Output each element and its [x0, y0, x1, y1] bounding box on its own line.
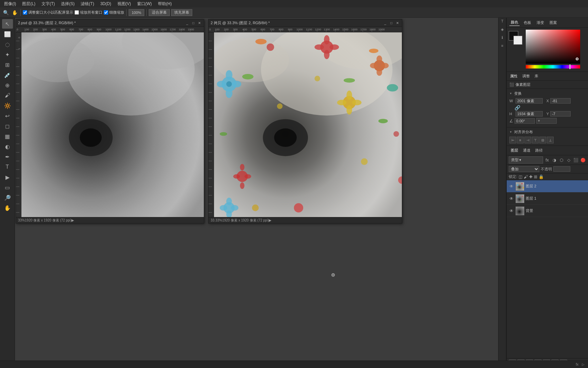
layer-item-2[interactable]: 👁 [507, 180, 588, 193]
navigator-icon[interactable]: ◈ [499, 26, 506, 33]
doc2-maximize[interactable]: □ [389, 21, 394, 26]
channels-icon[interactable]: ≡ [499, 42, 506, 49]
menu-item-image[interactable]: 图像(I) [1, 0, 19, 7]
lock-transparent-icon[interactable]: ◫ [519, 174, 522, 179]
doc2-close[interactable]: ✕ [395, 21, 400, 26]
zoom-all-input[interactable] [75, 10, 79, 15]
menu-item-3d[interactable]: 3D(D) [98, 1, 114, 7]
doc1-minimize[interactable]: _ [185, 21, 190, 26]
fit-screen-btn[interactable]: 适合屏幕 [149, 9, 170, 16]
shape-tool[interactable]: ▭ [2, 183, 13, 192]
status-play[interactable]: ▷ [582, 363, 585, 366]
status-fx[interactable]: fx [576, 363, 578, 366]
h-input[interactable] [516, 111, 543, 117]
align-center-v-btn[interactable]: ⊟ [539, 137, 546, 143]
filter-vector-icon[interactable]: ◇ [566, 157, 572, 163]
text-tool[interactable]: T [2, 162, 13, 172]
hand-tool-icon[interactable]: ✋ [11, 9, 18, 16]
brush-tool[interactable]: 🖌 [2, 91, 13, 100]
align-bottom-btn[interactable]: ⊥ [547, 137, 554, 143]
menu-item-window[interactable]: 窗口(W) [134, 0, 154, 7]
menu-item-select[interactable]: 选择(S) [58, 0, 77, 7]
blend-mode-select[interactable]: 叠加 [509, 166, 539, 172]
zoom-all-checkbox[interactable]: 缩放所有窗口 [75, 10, 102, 15]
tab-libraries[interactable]: 库 [533, 73, 540, 79]
menu-item-layer[interactable]: 图层(L) [19, 0, 38, 7]
spot-heal-tool[interactable]: ⊕ [2, 80, 13, 90]
crop-tool[interactable]: ⊞ [2, 60, 13, 70]
tab-patterns[interactable]: 图案 [548, 19, 558, 26]
tab-layers[interactable]: 图层 [509, 147, 520, 154]
menu-item-filter[interactable]: 滤镜(T) [78, 0, 97, 7]
path-select-tool[interactable]: ▶ [2, 172, 13, 182]
filter-pixel-icon[interactable]: ⬛ [573, 157, 579, 163]
filter-art-icon[interactable]: ⬡ [558, 157, 565, 163]
menu-item-text[interactable]: 文字(T) [39, 0, 58, 7]
resize-window-input[interactable] [23, 10, 27, 15]
filter-fx-icon[interactable]: fx [544, 157, 550, 163]
move-tool[interactable]: ↖ [2, 19, 13, 29]
marquee-tool[interactable]: ⬜ [2, 29, 13, 39]
history-brush-tool[interactable]: ↩ [2, 111, 13, 121]
link-icon[interactable]: 🔗 [514, 105, 588, 110]
layer-item-1[interactable]: 👁 [507, 193, 588, 205]
menu-item-help[interactable]: 帮助(H) [155, 0, 175, 7]
eyedropper-tool[interactable]: 💉 [2, 70, 13, 80]
doc1-close[interactable]: ✕ [197, 21, 202, 26]
lock-move-icon[interactable]: ✚ [529, 174, 533, 179]
layer-1-visibility[interactable]: 👁 [509, 196, 514, 201]
tab-gradients[interactable]: 渐变 [535, 19, 545, 26]
eraser-tool[interactable]: ◻ [2, 121, 13, 131]
info-icon[interactable]: ℹ [499, 34, 506, 41]
magic-wand-tool[interactable]: ✦ [2, 50, 13, 59]
background-swatch[interactable] [513, 36, 522, 45]
angle-input[interactable] [514, 118, 535, 124]
x-input[interactable] [550, 98, 571, 104]
zoom-in-tool[interactable]: 🔎 [2, 193, 13, 202]
lock-artboard-icon[interactable]: ⊞ [534, 174, 537, 179]
zoom-value-btn[interactable]: 100% [129, 9, 144, 16]
align-top-btn[interactable]: ⊤ [532, 137, 539, 143]
filter-active-icon[interactable]: 🔴 [580, 157, 586, 163]
pen-tool[interactable]: ✒ [2, 152, 13, 162]
align-left-btn[interactable]: ⊢ [509, 137, 516, 143]
tool-presets-icon[interactable]: T [499, 18, 506, 25]
hand-tool-left[interactable]: ✋ [2, 203, 13, 213]
tab-attributes[interactable]: 属性 [509, 73, 519, 79]
scrubby-zoom-checkbox[interactable]: 细微缩放 [104, 10, 124, 15]
tab-paths[interactable]: 路径 [534, 147, 544, 154]
align-right-btn[interactable]: ⊣ [524, 137, 531, 143]
color-gradient-picker[interactable] [526, 30, 580, 64]
lock-all-icon[interactable]: 🔒 [539, 174, 544, 179]
tab-channels[interactable]: 通道 [522, 147, 532, 154]
y-input[interactable] [550, 111, 571, 117]
layer-bg-visibility[interactable]: 👁 [509, 208, 514, 214]
w-input[interactable] [516, 98, 543, 104]
opacity-input[interactable] [553, 166, 570, 172]
filter-adjust-icon[interactable]: ◑ [551, 157, 557, 163]
doc2-arrow[interactable]: ▶ [269, 218, 272, 222]
align-center-h-btn[interactable]: ≡ [517, 137, 524, 143]
fg-bg-swatches[interactable] [509, 31, 524, 46]
doc1-arrow[interactable]: ▶ [71, 218, 74, 222]
tab-color[interactable]: 颜色 [509, 19, 520, 26]
align-collapse-arrow[interactable]: ▼ [509, 131, 512, 134]
angle-dropdown[interactable]: ▾ [536, 118, 557, 124]
layer-item-bg[interactable]: 👁 背景 [507, 205, 588, 217]
scrubby-zoom-input[interactable] [104, 10, 108, 15]
layer-2-visibility[interactable]: 👁 [509, 184, 514, 189]
tab-swatches[interactable]: 色板 [522, 19, 533, 26]
hue-slider[interactable] [526, 65, 580, 68]
transform-collapse-arrow[interactable]: ▼ [509, 92, 512, 95]
tab-adjustments[interactable]: 调整 [521, 73, 531, 79]
menu-item-view[interactable]: 视图(V) [115, 0, 134, 7]
gradient-tool[interactable]: ▦ [2, 132, 13, 141]
lock-paint-icon[interactable]: 🖌 [524, 174, 528, 179]
dodge-tool[interactable]: ◐ [2, 142, 13, 151]
fill-screen-btn[interactable]: 填充屏幕 [171, 9, 192, 16]
doc1-maximize[interactable]: □ [191, 21, 196, 26]
lasso-tool[interactable]: ◌ [2, 40, 13, 49]
zoom-tool-icon[interactable]: 🔍 [2, 9, 10, 16]
clone-stamp-tool[interactable]: 🔆 [2, 101, 13, 110]
doc2-minimize[interactable]: _ [383, 21, 388, 26]
